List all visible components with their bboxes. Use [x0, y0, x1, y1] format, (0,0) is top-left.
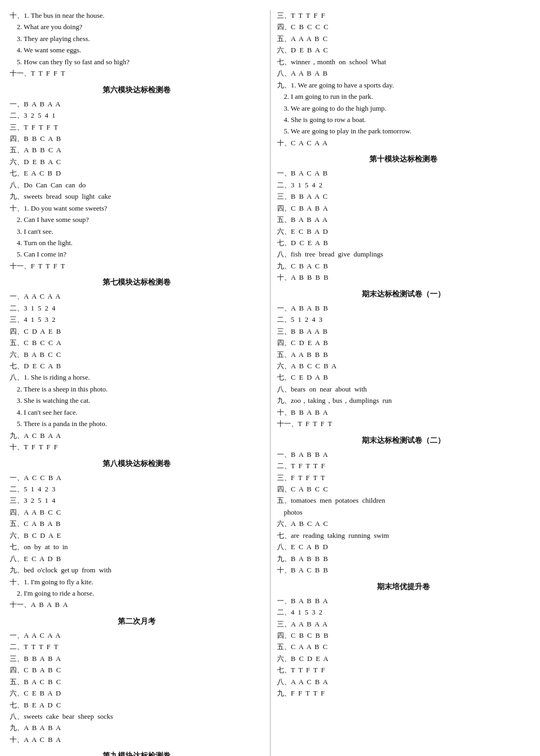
answer-line: 4. Turn on the light. [10, 237, 264, 248]
answer-line: 四、C B C B B [277, 630, 531, 641]
answer-line: 二、5 1 4 2 3 [10, 483, 264, 495]
answer-line: 五、B A C B C [10, 676, 264, 687]
answer-line: 五、A A A B C [277, 33, 531, 44]
answer-line: 十、B B A B A [277, 407, 531, 418]
answer-line: 六、E C B A D [277, 226, 531, 237]
answer-line: 七、C E D A B [277, 372, 531, 383]
answer-line: 2. I am going to run in the park. [277, 91, 531, 102]
answer-line: 一、A C C B A [10, 472, 264, 483]
answer-line: 四、A A B C C [10, 507, 264, 518]
answer-line: 九、A B A B A [10, 722, 264, 733]
answer-line: 三、3 2 5 1 4 [10, 495, 264, 506]
answer-line: 二、T T T F T [10, 641, 264, 652]
answer-line: 八、A A C B A [277, 676, 531, 687]
answer-line: 九、1. We are going to have a sports day. [277, 79, 531, 91]
answer-line: 九、bed o'clock get up from with [10, 564, 264, 576]
answer-line: 二、5 1 2 4 3 [277, 314, 531, 325]
answer-line: 十、1. The bus in near the house. [10, 10, 264, 21]
answer-line: 六、C E B A D [10, 687, 264, 699]
answer-line: 五、B A B A A [277, 214, 531, 225]
answer-line: 二、3 2 5 4 1 [10, 110, 264, 121]
answer-line: 九、sweets bread soup light cake [10, 191, 264, 202]
answer-line: 十、1. Do you want some sweets? [10, 202, 264, 214]
answer-line: 六、D E B A C [10, 156, 264, 167]
answer-line: 七、T T F T F [277, 664, 531, 676]
section-title: 期末达标检测试卷（二） [277, 434, 531, 447]
answer-line: 六、B C D E A [277, 653, 531, 664]
answer-line: 六、A B C A C [277, 518, 531, 529]
section-title: 第六模块达标检测卷 [10, 84, 264, 96]
answer-line: 九、F F T T F [277, 687, 531, 699]
answer-line: 四、C D A E B [10, 326, 264, 337]
answer-line: 2. There is a sheep in this photo. [10, 383, 264, 395]
answer-line: 四、C B A B C [10, 664, 264, 676]
answer-line: 十、A B B B B [277, 272, 531, 283]
answer-line: 七、winner，month on school What [277, 56, 531, 68]
answer-line: 三、B B A B A [10, 653, 264, 664]
answer-line: 三、T T T F F [277, 10, 531, 21]
answer-line: 四、C D E A B [277, 337, 531, 348]
answer-line: 六、A B C C B A [277, 360, 531, 372]
answer-line: 一、B A B B A [277, 449, 531, 460]
answer-line: 二、3 1 5 2 4 [10, 302, 264, 314]
answer-line: 十一、F T T F T [10, 260, 264, 272]
answer-line: 4. She is going to row a boat. [277, 114, 531, 125]
answer-line: 八、A A B A B [277, 68, 531, 79]
answer-line: 三、4 1 5 3 2 [10, 314, 264, 325]
answer-line: 十、C A C A A [277, 137, 531, 148]
answer-line: 2. I'm going to ride a horse. [10, 588, 264, 599]
section-title: 第九模块达标检测卷 [10, 750, 264, 756]
answer-line: photos [277, 507, 531, 518]
answer-line: 二、3 1 5 4 2 [277, 179, 531, 191]
answer-line: 八、1. She is riding a horse. [10, 372, 264, 383]
answer-line: 3. She is watching the cat. [10, 395, 264, 406]
answer-line: 3. I can't see. [10, 226, 264, 237]
answer-line: 十、A A C B A [10, 734, 264, 745]
answer-line: 七、D E C A B [10, 360, 264, 372]
answer-line: 三、B B A A B [277, 326, 531, 337]
answer-line: 五、tomatoes men potatoes children [277, 495, 531, 506]
left-column: 十、1. The bus in near the house. 2. What … [5, 10, 268, 756]
answer-line: 5. Can I come in? [10, 248, 264, 260]
answer-line: 七、B E A D C [10, 699, 264, 711]
answer-line: 四、C B C C C [277, 21, 531, 32]
answer-line: 七、on by at to in [10, 541, 264, 552]
answer-line: 2. Can I have some soup? [10, 214, 264, 225]
answer-line: 十一、A B A B A [10, 599, 264, 610]
answer-line: 十一、T F T F T [277, 418, 531, 429]
answer-line: 二、T F T T F [277, 460, 531, 471]
answer-line: 八、E C A D B [10, 553, 264, 564]
right-column: 三、T T T F F四、C B C C C五、A A A B C六、D E B… [273, 10, 535, 756]
answer-line: 六、B C D A E [10, 530, 264, 541]
answer-line: 三、T F T F T [10, 122, 264, 133]
answer-line: 八、fish tree bread give dumplings [277, 248, 531, 260]
section-title: 第二次月考 [10, 615, 264, 627]
answer-line: 四、B B C A B [10, 133, 264, 144]
answer-line: 九、zoo，taking，bus，dumplings run [277, 395, 531, 406]
answer-line: 一、B A B B A [277, 595, 531, 606]
answer-line: 七、E A C B D [10, 167, 264, 179]
answer-line: 八、Do Can Can can do [10, 179, 264, 191]
column-divider [270, 10, 271, 756]
section-title: 第八模块达标检测卷 [10, 457, 264, 470]
answer-line: 一、A A C A A [10, 291, 264, 302]
answer-line: 六、D E B A C [277, 44, 531, 56]
answer-line: 三、A A B A A [277, 618, 531, 630]
section-title: 期末达标检测试卷（一） [277, 288, 531, 300]
answer-line: 2. What are you doing? [10, 21, 264, 32]
answer-line: 一、A B A B B [277, 302, 531, 314]
answer-line: 4. We want some eggs. [10, 44, 264, 56]
answer-line: 六、B A B C C [10, 349, 264, 360]
answer-line: 3. They are playing chess. [10, 33, 264, 44]
answer-line: 五、C A A B C [277, 641, 531, 652]
answer-line: 二、4 1 5 3 2 [277, 606, 531, 618]
answer-line: 一、A A C A A [10, 630, 264, 641]
answer-line: 十一、T T F F T [10, 68, 264, 79]
answer-line: 八、E C A B D [277, 541, 531, 552]
answer-line: 十、T F T F F [10, 441, 264, 453]
answer-line: 5. There is a panda in the photo. [10, 418, 264, 429]
answer-line: 三、F T F T T [277, 472, 531, 483]
answer-line: 八、sweets cake bear sheep socks [10, 711, 264, 722]
answer-line: 十、B A C B B [277, 564, 531, 576]
answer-line: 五、C A B A B [10, 518, 264, 529]
